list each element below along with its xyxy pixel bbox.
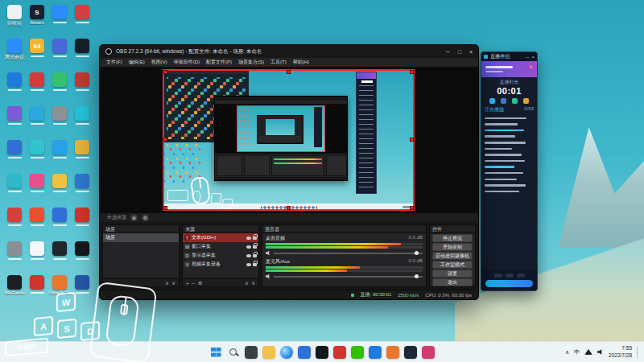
scene-down-button[interactable]: ∨ [172, 280, 175, 286]
obs-menu-item[interactable]: 场景集合(S) [235, 59, 267, 66]
desktop-icon[interactable] [26, 174, 48, 208]
visibility-eye-icon[interactable] [246, 263, 251, 266]
ime-indicator[interactable]: 中 [574, 348, 580, 356]
preview-canvas[interactable] [100, 68, 478, 212]
tray-chevron-icon[interactable]: ∧ [565, 349, 569, 356]
toolbar-icon-4[interactable] [523, 98, 529, 104]
desktop-icon[interactable] [71, 208, 93, 241]
companion-primary-button[interactable] [485, 280, 533, 287]
obs-menu-item[interactable]: 编辑(E) [126, 59, 148, 66]
desktop-icon[interactable] [3, 241, 26, 275]
desktop-icon[interactable] [48, 241, 71, 275]
playlist-item[interactable] [485, 158, 534, 164]
desktop-icon[interactable] [26, 72, 48, 106]
footer-icon-3[interactable] [517, 274, 525, 278]
speaker-icon[interactable] [266, 274, 271, 279]
taskbar-wechat-icon[interactable] [351, 346, 364, 359]
desktop-icon[interactable] [71, 106, 93, 140]
desktop-icon[interactable] [71, 39, 93, 72]
obs-menu-item[interactable]: 文件(F) [103, 59, 126, 66]
playlist-item[interactable] [485, 188, 534, 195]
desktop-icon[interactable] [3, 174, 26, 208]
lock-icon[interactable] [253, 254, 257, 257]
volume-slider[interactable] [274, 276, 423, 278]
source-row[interactable]: V视频采集设备 [183, 260, 258, 269]
playlist-item[interactable] [485, 164, 534, 171]
desktop-icon[interactable] [48, 140, 71, 174]
selection-handle[interactable] [410, 138, 414, 142]
source-row[interactable]: W窗口采集 [183, 242, 258, 251]
desktop-icon[interactable]: 回收站 [3, 5, 26, 39]
toolbar-icon-3[interactable] [512, 98, 518, 104]
playlist-item[interactable] [485, 176, 534, 183]
display-capture-source[interactable] [163, 69, 415, 211]
footer-icon-1[interactable] [494, 274, 502, 278]
source-properties-button[interactable]: ⊕ [130, 214, 138, 221]
taskbar-store-icon[interactable] [298, 346, 311, 359]
playlist-item[interactable] [485, 146, 534, 152]
visibility-eye-icon[interactable] [246, 245, 251, 249]
toolbar-icon-2[interactable] [501, 98, 506, 104]
playlist-item[interactable] [485, 127, 534, 134]
desktop-icon[interactable] [48, 5, 71, 39]
desktop-icon[interactable]: 64 [26, 39, 48, 72]
obs-menu-item[interactable]: 配置文件(P) [203, 59, 235, 66]
playlist[interactable] [481, 114, 537, 269]
taskbar-edge-icon[interactable] [280, 346, 293, 359]
controls-button-6[interactable]: 退出 [432, 278, 473, 286]
obs-menu-item[interactable]: 视图(V) [148, 59, 171, 66]
desktop-icon[interactable] [26, 208, 48, 241]
volume-slider-thumb[interactable] [415, 274, 419, 278]
companion-close-button[interactable]: × [531, 55, 535, 60]
desktop-icon[interactable] [3, 72, 26, 106]
controls-button-2[interactable]: 开始录制 [432, 243, 473, 251]
footer-icon-2[interactable] [506, 274, 514, 278]
desktop-icon[interactable] [71, 5, 93, 39]
desktop-icon[interactable] [48, 106, 71, 140]
desktop-icon[interactable]: SSteam [26, 5, 48, 39]
close-button[interactable]: × [469, 49, 473, 55]
show-desktop-button[interactable] [637, 346, 639, 359]
remove-source-button[interactable]: − [192, 281, 196, 286]
desktop-icon[interactable]: 腾讯会议 [3, 39, 26, 72]
playlist-item[interactable] [485, 115, 534, 121]
taskbar-steam-icon[interactable] [404, 346, 417, 359]
taskbar-obs-icon[interactable] [316, 346, 328, 359]
playlist-item[interactable] [485, 152, 534, 158]
desktop-icon[interactable] [26, 106, 48, 140]
desktop-icon[interactable]: Ubisoft Connect [48, 275, 71, 309]
clock[interactable]: 7:55 2022/7/28 [609, 345, 632, 358]
controls-button-1[interactable]: 停止推流 [432, 234, 473, 242]
taskbar-qq-icon[interactable] [369, 346, 382, 359]
desktop-icon[interactable] [26, 241, 48, 275]
desktop-icon[interactable] [48, 72, 71, 106]
controls-button-5[interactable]: 设置 [432, 269, 473, 278]
scene-row[interactable]: 场景 [103, 233, 179, 242]
desktop-icon[interactable] [71, 241, 93, 275]
selection-handle[interactable] [410, 70, 414, 74]
add-scene-button[interactable]: + [106, 281, 109, 286]
desktop-icon[interactable] [71, 174, 93, 208]
scene-list[interactable]: 场景 [103, 233, 179, 278]
desktop-icon[interactable] [3, 208, 26, 241]
obs-menu-item[interactable]: 停靠部件(D) [171, 59, 203, 66]
companion-titlebar[interactable]: 直播伴侣 ─ × [481, 52, 537, 61]
desktop-icon[interactable] [48, 174, 71, 208]
volume-icon[interactable] [597, 349, 604, 356]
obs-menu-item[interactable]: 工具(T) [267, 59, 290, 66]
toolbar-icon-1[interactable] [489, 98, 495, 104]
controls-button-4[interactable]: 工作室模式 [432, 261, 473, 269]
taskbar-search-icon[interactable] [227, 346, 240, 359]
taskbar-app-red-icon[interactable] [333, 346, 346, 359]
source-settings-button[interactable]: ⚙ [198, 280, 202, 286]
desktop-icon[interactable] [71, 275, 93, 309]
controls-button-3[interactable]: 启动虚拟摄像机 [432, 252, 473, 260]
volume-slider-thumb[interactable] [415, 251, 419, 255]
source-row[interactable]: T文本(GDI+) [183, 233, 258, 242]
desktop-icon[interactable] [3, 140, 26, 174]
volume-slider[interactable] [274, 253, 423, 254]
desktop-icon[interactable] [26, 140, 48, 174]
desktop-icon[interactable] [26, 275, 48, 309]
lock-icon[interactable] [253, 245, 257, 249]
desktop-icon[interactable] [71, 140, 93, 174]
